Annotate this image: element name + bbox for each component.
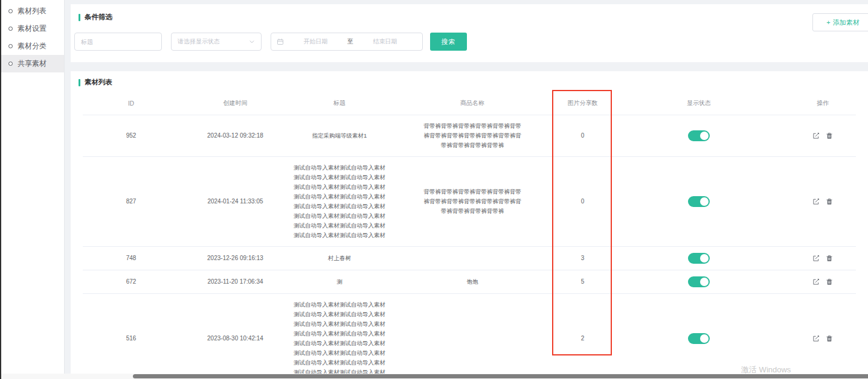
table-section-title: 素材列表 — [79, 78, 112, 87]
delete-button[interactable] — [826, 132, 833, 139]
sidebar-item-label: 素材分类 — [18, 41, 47, 51]
sidebar-item-label: 素材列表 — [18, 6, 47, 16]
cell-status — [608, 253, 789, 264]
edit-icon — [812, 132, 820, 139]
display-status-toggle[interactable] — [688, 253, 710, 264]
add-material-button[interactable]: + 添加素材 — [812, 13, 868, 31]
column-header-product: 商品名称 — [388, 92, 557, 115]
cell-title: 测 — [291, 276, 388, 287]
display-status-select[interactable]: 请选择显示状态 — [171, 33, 262, 51]
display-status-toggle[interactable] — [688, 130, 710, 141]
title-input-wrapper — [74, 33, 162, 51]
material-table: ID 创建时间 标题 商品名称 图片分享数 显示状态 操作 9522024-03… — [83, 92, 856, 379]
edit-button[interactable] — [812, 132, 820, 139]
edit-button[interactable] — [812, 255, 820, 262]
delete-button[interactable] — [826, 198, 833, 205]
circle-bullet-icon — [8, 44, 13, 48]
edit-icon — [812, 278, 820, 285]
edit-icon — [812, 198, 820, 205]
search-button[interactable]: 搜索 — [430, 33, 467, 51]
sidebar-item-label: 共享素材 — [18, 59, 47, 69]
cell-id: 516 — [83, 300, 179, 377]
display-status-toggle[interactable] — [688, 276, 710, 287]
circle-bullet-icon — [8, 62, 13, 66]
table-row: 5162023-08-30 10:42:14测试自动导入素材测试自动导入素材测试… — [83, 294, 856, 379]
section-bar — [79, 14, 80, 21]
cell-actions — [789, 253, 856, 264]
column-header-shares: 图片分享数 — [557, 92, 608, 115]
sidebar-item-material-settings[interactable]: 素材设置 — [1, 20, 64, 37]
sidebar-item-material-list[interactable]: 素材列表 — [1, 2, 64, 20]
column-header-id: ID — [83, 92, 179, 115]
add-material-label: 添加素材 — [833, 18, 860, 27]
edit-icon — [812, 255, 820, 262]
delete-button[interactable] — [826, 255, 833, 262]
cell-title: 指定采购端等级素材1 — [291, 121, 388, 150]
date-range-picker[interactable]: 开始日期 至 结束日期 — [271, 33, 423, 51]
material-list-card: 素材列表 ID 创建时间 标题 商品名称 图片分享数 显示状态 操作 95220… — [71, 71, 868, 379]
cell-created: 2023-12-26 09:16:13 — [179, 253, 291, 264]
cell-title: 村上春树 — [291, 253, 388, 264]
filter-section-title: 条件筛选 — [79, 13, 112, 22]
trash-icon — [826, 132, 833, 139]
cell-id: 827 — [83, 163, 179, 240]
column-header-actions: 操作 — [789, 92, 856, 115]
table-row: 7482023-12-26 09:16:13村上春树3 — [83, 247, 856, 270]
edit-button[interactable] — [812, 335, 820, 342]
toggle-knob — [700, 254, 709, 263]
table-row: 6722023-11-20 17:06:34测饱饱5 — [83, 270, 856, 294]
toggle-knob — [700, 278, 709, 286]
cell-status — [608, 163, 789, 240]
edit-button[interactable] — [812, 278, 820, 285]
cell-actions — [789, 163, 856, 240]
cell-status — [608, 121, 789, 150]
trash-icon — [826, 278, 833, 285]
window-left-edge — [0, 0, 1, 379]
cell-actions — [789, 300, 856, 377]
toggle-knob — [700, 197, 709, 206]
display-status-toggle[interactable] — [688, 196, 710, 207]
cell-id: 952 — [83, 121, 179, 150]
table-row: 8272024-01-24 11:33:05测试自动导入素材测试自动导入素材测试… — [83, 157, 856, 247]
edit-icon — [812, 335, 820, 342]
filter-section-title-text: 条件筛选 — [85, 13, 112, 22]
circle-bullet-icon — [8, 27, 13, 31]
sidebar: 素材列表 素材设置 素材分类 共享素材 — [1, 0, 65, 379]
cell-product: 背带裤背带裤背带裤背带裤背带裤背带裤背带裤背带裤背带裤背带裤背带裤背带裤背带裤背… — [388, 163, 557, 240]
cell-created: 2023-11-20 17:06:34 — [179, 276, 291, 287]
chevron-down-icon — [249, 39, 255, 45]
toggle-knob — [700, 334, 709, 343]
cell-product: 饱饱 — [388, 276, 557, 287]
toggle-knob — [700, 132, 709, 140]
trash-icon — [826, 255, 833, 262]
end-date-placeholder: 结束日期 — [353, 37, 417, 46]
trash-icon — [826, 198, 833, 205]
section-bar — [79, 79, 80, 86]
cell-id: 748 — [83, 253, 179, 264]
sidebar-item-shared-material[interactable]: 共享素材 — [1, 55, 64, 72]
delete-button[interactable] — [826, 335, 833, 342]
calendar-icon — [277, 38, 284, 45]
sidebar-item-material-category[interactable]: 素材分类 — [1, 37, 64, 55]
cell-shares: 2 — [557, 300, 608, 377]
display-status-toggle[interactable] — [688, 333, 710, 344]
horizontal-scrollbar-thumb[interactable] — [133, 374, 868, 378]
cell-created: 2023-08-30 10:42:14 — [179, 300, 291, 377]
cell-created: 2024-01-24 11:33:05 — [179, 163, 291, 240]
delete-button[interactable] — [826, 278, 833, 285]
select-placeholder: 请选择显示状态 — [178, 37, 220, 46]
cell-product — [388, 300, 557, 377]
cell-title: 测试自动导入素材测试自动导入素材测试自动导入素材测试自动导入素材测试自动导入素材… — [291, 300, 388, 377]
start-date-placeholder: 开始日期 — [284, 37, 347, 46]
cell-shares: 5 — [557, 276, 608, 287]
cell-actions — [789, 276, 856, 287]
date-separator: 至 — [347, 37, 353, 46]
cell-shares: 0 — [557, 163, 608, 240]
cell-status — [608, 276, 789, 287]
trash-icon — [826, 335, 833, 342]
edit-button[interactable] — [812, 198, 820, 205]
plus-icon: + — [826, 19, 830, 26]
title-input[interactable] — [75, 33, 161, 50]
cell-created: 2024-03-12 09:32:18 — [179, 121, 291, 150]
table-row: 9522024-03-12 09:32:18指定采购端等级素材1背带裤背带裤背带… — [83, 115, 856, 157]
